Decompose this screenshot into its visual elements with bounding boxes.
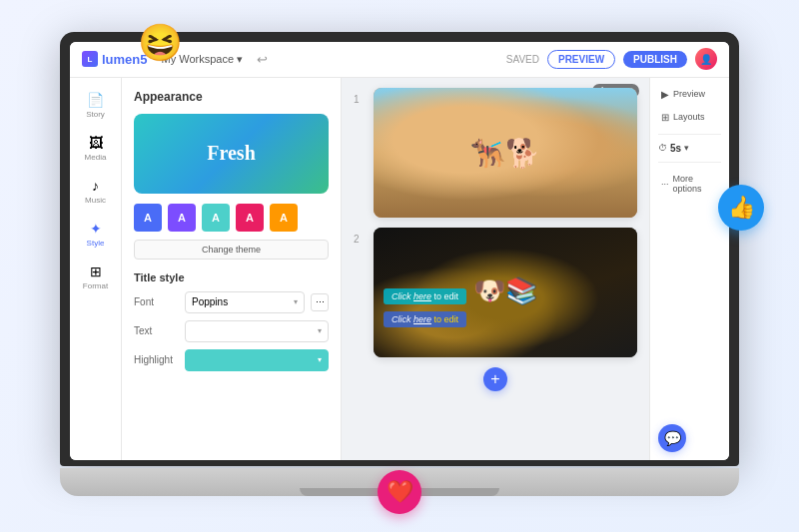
sidebar-item-style[interactable]: ✦ Style <box>74 215 118 254</box>
sidebar-label-music: Music <box>85 196 106 205</box>
slide-1: 1 🐕‍🦺🐕 <box>354 88 637 218</box>
sidebar-item-media[interactable]: 🖼 Media <box>74 129 118 168</box>
add-slide-button[interactable]: + <box>483 367 507 391</box>
app-window: L lumen5 My Workspace ▾ ↩ SAVED PREVIEW … <box>70 42 729 460</box>
highlight-color-control[interactable]: ▾ <box>185 349 329 371</box>
style-icon: ✦ <box>90 221 102 237</box>
slide-2-number: 2 <box>354 228 368 245</box>
swatch-purple[interactable]: A <box>168 204 196 232</box>
brand-icon: L <box>82 51 98 67</box>
panel-title: Appearance <box>134 90 329 104</box>
sidebar-label-style: Style <box>87 239 105 248</box>
laptop-screen: L lumen5 My Workspace ▾ ↩ SAVED PREVIEW … <box>60 32 739 466</box>
timing-value: 5s <box>670 143 681 154</box>
title-style-section: Title style <box>134 271 329 283</box>
slide-1-number: 1 <box>354 88 368 105</box>
chevron-down-icon: ▾ <box>237 53 243 66</box>
sidebar-label-media: Media <box>85 153 107 162</box>
swatch-pink[interactable]: A <box>236 204 264 232</box>
sidebar-item-format[interactable]: ⊞ Format <box>74 258 118 296</box>
story-icon: 📄 <box>87 92 104 108</box>
theme-preview-card: Fresh <box>134 114 329 194</box>
clock-small-icon: ⏱ <box>658 143 667 153</box>
layouts-action[interactable]: ⊞ Layouts <box>658 109 721 126</box>
canvas-area: ⏱ 00:08 1 🐕‍🦺🐕 <box>342 78 649 460</box>
panel-divider <box>658 134 721 135</box>
laugh-emoji: 😆 <box>135 18 185 68</box>
slide-2-content[interactable]: 🐶📚 Click here to edit Click here to edit <box>374 228 637 357</box>
slide-2-image: 🐶📚 Click here to edit Click here to edit <box>374 228 637 357</box>
sidebar-label-format: Format <box>83 281 108 290</box>
right-panel: ▶ Preview ⊞ Layouts ⏱ 5s ▾ <box>649 78 729 460</box>
click-word-1: Click <box>392 291 413 301</box>
heart-icon: ❤️ <box>378 470 421 514</box>
here-word-2: here <box>413 314 431 324</box>
theme-swatches: A A A A A <box>134 204 329 232</box>
theme-name: Fresh <box>207 142 256 165</box>
more-icon: ··· <box>661 179 669 189</box>
panel-divider-2 <box>658 162 721 163</box>
font-dropdown-arrow: ▾ <box>294 297 298 306</box>
publish-button[interactable]: PUBLISH <box>623 51 687 68</box>
change-theme-button[interactable]: Change theme <box>134 240 329 260</box>
swatch-teal[interactable]: A <box>202 204 230 232</box>
swatch-blue[interactable]: A <box>134 204 162 232</box>
music-icon: ♪ <box>92 178 99 194</box>
chat-icon: 💬 <box>664 430 681 446</box>
swatch-orange[interactable]: A <box>270 204 298 232</box>
slide-2-text-overlay: Click here to edit Click here to edit <box>384 285 627 327</box>
undo-button[interactable]: ↩ <box>257 52 268 67</box>
dog-emoji: 🐕‍🦺🐕 <box>470 136 540 169</box>
saved-label: SAVED <box>506 54 539 65</box>
font-label: Font <box>134 296 179 307</box>
highlight-row: Highlight ▾ <box>134 349 329 371</box>
click-here-edit-2[interactable]: Click here to edit <box>384 311 466 327</box>
font-value: Poppins <box>192 296 228 307</box>
slide-1-content[interactable]: 🐕‍🦺🐕 <box>374 88 637 218</box>
to-edit-1: to edit <box>431 291 458 301</box>
media-icon: 🖼 <box>89 135 103 151</box>
sidebar-label-story: Story <box>86 110 105 119</box>
app-body: 📄 Story 🖼 Media ♪ Music ✦ <box>70 78 729 460</box>
highlight-label: Highlight <box>134 354 179 365</box>
highlight-dropdown-arrow: ▾ <box>318 355 322 364</box>
more-options-action[interactable]: ··· More options <box>658 171 721 197</box>
layouts-label: Layouts <box>673 112 705 122</box>
thumbs-up-icon: 👍 <box>718 185 764 231</box>
slide-2: 2 🐶📚 Click here to edit <box>354 228 637 357</box>
preview-button[interactable]: PREVIEW <box>547 50 615 69</box>
time-control: ⏱ 5s ▾ <box>658 143 721 154</box>
chevron-down-small[interactable]: ▾ <box>684 143 689 153</box>
appearance-panel: Appearance Fresh A A A A A <box>122 78 342 460</box>
play-icon: ▶ <box>661 89 669 100</box>
slide-1-image: 🐕‍🦺🐕 <box>374 88 637 218</box>
sidebar-item-music[interactable]: ♪ Music <box>74 172 118 211</box>
here-word-1: here <box>413 291 431 301</box>
text-row: Text ▾ <box>134 320 329 342</box>
text-color-control[interactable]: ▾ <box>185 320 329 342</box>
layouts-icon: ⊞ <box>661 112 669 123</box>
preview-label: Preview <box>673 89 705 99</box>
click-word-2: Click <box>392 314 413 324</box>
more-options-label: More options <box>673 174 718 194</box>
preview-action[interactable]: ▶ Preview <box>658 86 721 103</box>
text-dropdown-arrow: ▾ <box>318 326 322 335</box>
avatar[interactable]: 👤 <box>695 48 717 70</box>
click-here-edit-1[interactable]: Click here to edit <box>384 288 466 304</box>
font-row: Font Poppins ▾ ⋯ <box>134 291 329 313</box>
font-extra-button[interactable]: ⋯ <box>311 293 329 311</box>
sidebar-item-story[interactable]: 📄 Story <box>74 86 118 125</box>
laptop-frame: L lumen5 My Workspace ▾ ↩ SAVED PREVIEW … <box>60 32 739 501</box>
to-edit-2: to edit <box>431 314 458 324</box>
lumen5-app: L lumen5 My Workspace ▾ ↩ SAVED PREVIEW … <box>70 42 729 460</box>
font-dropdown[interactable]: Poppins ▾ <box>185 291 305 313</box>
text-label: Text <box>134 325 179 336</box>
chat-button[interactable]: 💬 <box>658 424 686 452</box>
format-icon: ⊞ <box>90 264 102 279</box>
sidebar: 📄 Story 🖼 Media ♪ Music ✦ <box>70 78 122 460</box>
